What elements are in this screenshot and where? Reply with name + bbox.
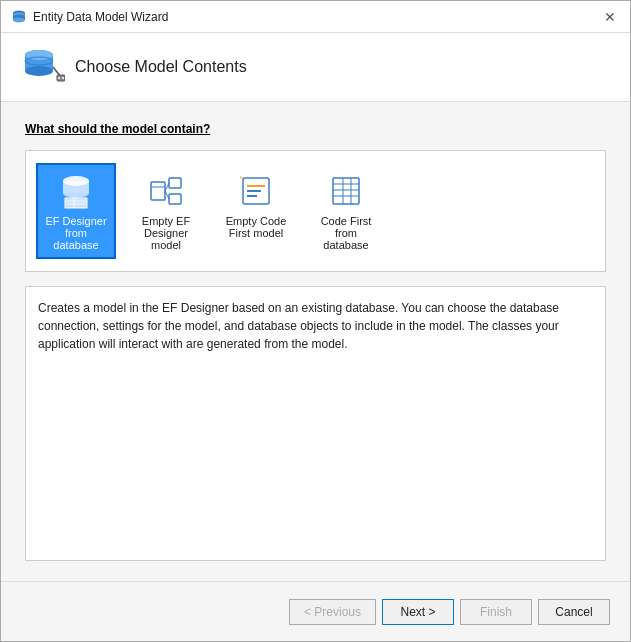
description-box: Creates a model in the EF Designer based… xyxy=(25,286,606,561)
title-db-icon xyxy=(11,9,27,25)
svg-point-9 xyxy=(25,66,53,76)
title-bar-left: Entity Data Model Wizard xyxy=(11,9,168,25)
svg-point-6 xyxy=(13,17,25,22)
dialog-title: Entity Data Model Wizard xyxy=(33,10,168,24)
svg-marker-33 xyxy=(240,176,243,179)
ef-designer-icon xyxy=(56,171,96,211)
option-empty-code-first[interactable]: Empty Code First model xyxy=(216,163,296,259)
section-question: What should the model contain? xyxy=(25,122,606,136)
svg-point-15 xyxy=(62,77,64,79)
svg-rect-25 xyxy=(169,178,181,188)
svg-rect-23 xyxy=(151,182,165,200)
option-empty-ef-designer-label: Empty EF Designer model xyxy=(132,215,200,251)
option-ef-designer-from-db-label: EF Designer from database xyxy=(42,215,110,251)
code-first-from-db-icon xyxy=(326,171,366,211)
svg-rect-34 xyxy=(333,178,359,204)
option-empty-ef-designer[interactable]: Empty EF Designer model xyxy=(126,163,206,259)
empty-code-first-icon xyxy=(236,171,276,211)
cancel-button[interactable]: Cancel xyxy=(538,599,610,625)
description-text: Creates a model in the EF Designer based… xyxy=(38,301,559,351)
svg-point-18 xyxy=(63,188,89,198)
entity-data-model-wizard-dialog: Entity Data Model Wizard ✕ Choose Mo xyxy=(0,0,631,642)
svg-rect-19 xyxy=(65,198,87,208)
option-ef-designer-from-db[interactable]: EF Designer from database xyxy=(36,163,116,259)
svg-point-14 xyxy=(58,77,60,79)
option-code-first-from-db-label: Code First from database xyxy=(312,215,380,251)
finish-button[interactable]: Finish xyxy=(460,599,532,625)
option-code-first-from-db[interactable]: Code First from database xyxy=(306,163,386,259)
next-button[interactable]: Next > xyxy=(382,599,454,625)
option-empty-code-first-label: Empty Code First model xyxy=(222,215,290,239)
title-bar: Entity Data Model Wizard ✕ xyxy=(1,1,630,33)
header-section: Choose Model Contents xyxy=(1,33,630,102)
header-db-icon xyxy=(21,47,61,87)
model-options-box: EF Designer from database Empty EF Desi xyxy=(25,150,606,272)
header-title: Choose Model Contents xyxy=(75,58,247,76)
empty-ef-designer-icon xyxy=(146,171,186,211)
svg-rect-26 xyxy=(169,194,181,204)
footer: < Previous Next > Finish Cancel xyxy=(1,581,630,641)
content-area: What should the model contain? xyxy=(1,102,630,581)
close-button[interactable]: ✕ xyxy=(600,7,620,27)
previous-button[interactable]: < Previous xyxy=(289,599,376,625)
